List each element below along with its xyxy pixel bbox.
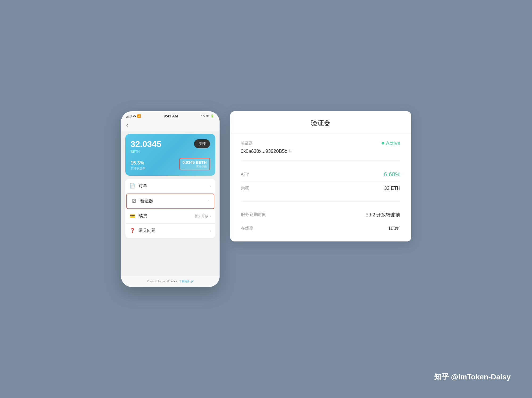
- battery-label: 58%: [203, 114, 209, 118]
- card-unit: BETH: [131, 150, 162, 154]
- validator-address-text: 0x0a830x...93920B5c: [241, 149, 287, 154]
- watermark: 知乎 @imToken-Daisy: [434, 372, 511, 382]
- wifi-icon: 📶: [137, 114, 141, 118]
- status-active-badge: Active: [382, 140, 400, 146]
- apy-value: 6.68%: [384, 171, 400, 178]
- detail-header: 验证器: [230, 111, 411, 134]
- detail-title: 验证器: [241, 119, 401, 127]
- copy-address-icon[interactable]: ⎘: [289, 149, 292, 154]
- online-rate-row: 在线率 100%: [241, 222, 401, 235]
- status-left: GS 📶: [126, 114, 141, 118]
- back-button[interactable]: ‹: [126, 122, 128, 128]
- status-active-dot: [382, 142, 384, 145]
- menu-list: 📄 订单 › ☑ 验证器 › 💳 续费 暂未开放 › ❓ 常见问题: [125, 179, 215, 238]
- online-rate-label: 在线率: [241, 226, 254, 231]
- card-rate-label: 质押收益率: [131, 166, 145, 170]
- balance-row: 余额 32 ETH: [241, 182, 401, 195]
- service-expire-value: Eth2 开放转账前: [365, 212, 400, 218]
- renew-label: 续费: [139, 213, 195, 219]
- renew-sublabel: 暂未开放: [195, 214, 208, 219]
- orders-label: 订单: [139, 183, 210, 189]
- card-rate: 15.3%: [131, 160, 145, 166]
- menu-item-validator[interactable]: ☑ 验证器 ›: [126, 194, 214, 209]
- status-active-label: Active: [386, 140, 400, 146]
- validator-arrow: ›: [208, 199, 209, 204]
- phone-footer: Powered by ∞ InfStones 了解更多 🔗: [121, 276, 220, 287]
- validator-section-title: 验证器: [241, 141, 253, 146]
- faq-icon: ❓: [130, 228, 135, 234]
- card-amount: 32.0345: [131, 139, 162, 149]
- menu-item-orders[interactable]: 📄 订单 ›: [125, 179, 215, 194]
- balance-label: 余额: [241, 186, 249, 191]
- carrier-label: GS: [131, 114, 136, 118]
- renew-icon: 💳: [130, 213, 135, 219]
- status-right: * 58% 🔋: [201, 114, 214, 118]
- validator-section: 验证器 Active 0x0a830x...93920B5c ⎘: [241, 134, 401, 161]
- status-time: 9:41 AM: [164, 114, 178, 118]
- validator-icon: ☑: [131, 198, 137, 204]
- faq-arrow: ›: [209, 228, 211, 233]
- infstones-logo: ∞ InfStones: [163, 280, 177, 283]
- detail-body: 验证器 Active 0x0a830x...93920B5c ⎘ APY 6.6…: [230, 134, 411, 241]
- learn-more-link[interactable]: 了解更多 🔗: [179, 280, 193, 283]
- orders-icon: 📄: [130, 183, 135, 189]
- service-rows-section: 服务到期时间 Eth2 开放转账前 在线率 100%: [241, 202, 401, 241]
- detail-panel: 验证器 验证器 Active 0x0a830x...93920B5c ⎘: [230, 111, 411, 241]
- balance-card: 32.0345 BETH 质押 15.3% 质押收益率 0.0345 BETH …: [125, 134, 215, 176]
- card-beth-value: 0.0345 BETH: [183, 160, 207, 165]
- balance-value: 32 ETH: [384, 186, 400, 191]
- beth-highlight-box: 0.0345 BETH 累计收益: [179, 158, 210, 170]
- signal-icon: [126, 114, 130, 118]
- menu-item-renew[interactable]: 💳 续费 暂未开放 ›: [125, 209, 215, 224]
- powered-by-label: Powered by: [147, 280, 161, 283]
- validator-address-row: 0x0a830x...93920B5c ⎘: [241, 149, 401, 154]
- renew-arrow: ›: [209, 214, 211, 219]
- orders-arrow: ›: [209, 184, 211, 188]
- battery-icon: 🔋: [211, 114, 214, 118]
- status-bar: GS 📶 9:41 AM * 58% 🔋: [121, 111, 220, 120]
- menu-item-faq[interactable]: ❓ 常见问题 ›: [125, 224, 215, 238]
- faq-label: 常见问题: [139, 228, 210, 233]
- detail-rows-section: APY 6.68% 余额 32 ETH: [241, 161, 401, 202]
- card-beth-label: 累计收益: [183, 165, 207, 168]
- online-rate-value: 100%: [388, 226, 400, 231]
- apy-row: APY 6.68%: [241, 167, 401, 182]
- validator-label: 验证器: [140, 198, 208, 204]
- service-expire-row: 服务到期时间 Eth2 开放转账前: [241, 208, 401, 222]
- apy-label: APY: [241, 172, 249, 177]
- service-expire-label: 服务到期时间: [241, 212, 266, 218]
- bluetooth-icon: *: [201, 114, 202, 118]
- pledge-button[interactable]: 质押: [194, 139, 210, 148]
- nav-bar: ‹: [121, 120, 220, 131]
- phone-mockup: GS 📶 9:41 AM * 58% 🔋 ‹ 32.0345 BETH: [121, 111, 220, 287]
- phone-body: 32.0345 BETH 质押 15.3% 质押收益率 0.0345 BETH …: [121, 131, 220, 276]
